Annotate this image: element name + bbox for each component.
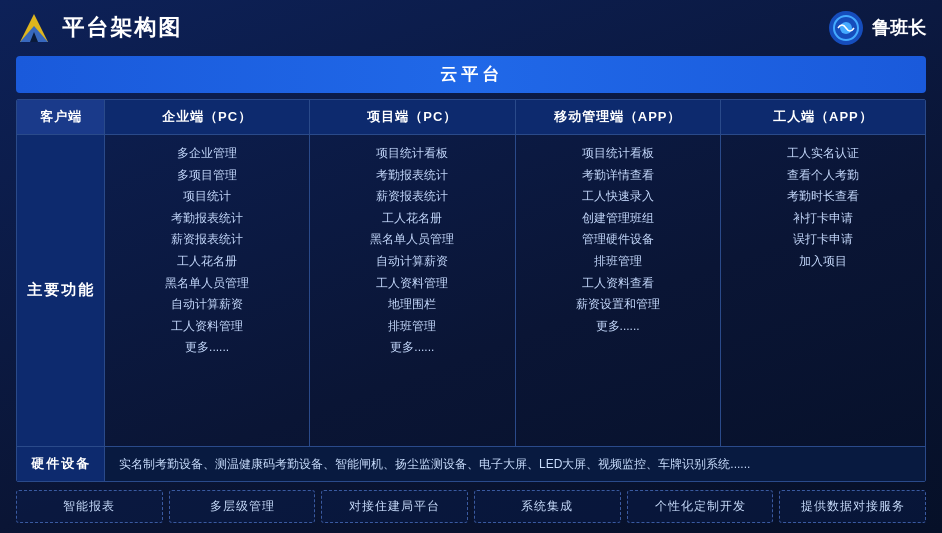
page-title: 平台架构图 [62,13,182,43]
list-item: 自动计算薪资 [376,251,448,273]
hardware-content: 实名制考勤设备、测温健康码考勤设备、智能闸机、扬尘监测设备、电子大屏、LED大屏… [105,447,925,481]
list-item: 薪资报表统计 [171,229,243,251]
enterprise-pc-cell: 多企业管理 多项目管理 项目统计 考勤报表统计 薪资报表统计 工人花名册 黑名单… [105,135,310,446]
main-table: 客户端 企业端（PC） 项目端（PC） 移动管理端（APP） 工人端（APP） … [16,99,926,482]
logo-icon [16,10,52,46]
list-item: 薪资报表统计 [376,186,448,208]
list-item: 工人快速录入 [582,186,654,208]
list-item: 自动计算薪资 [171,294,243,316]
worker-app-cell: 工人实名认证 查看个人考勤 考勤时长查看 补打卡申请 误打卡申请 加入项目 [721,135,925,446]
list-item: 工人资料管理 [171,316,243,338]
col-header-mobile: 移动管理端（APP） [516,100,721,134]
list-item: 排班管理 [388,316,436,338]
list-item: 工人资料查看 [582,273,654,295]
hardware-row: 硬件设备 实名制考勤设备、测温健康码考勤设备、智能闸机、扬尘监测设备、电子大屏、… [17,446,925,481]
list-item: 薪资设置和管理 [576,294,660,316]
list-item: 更多...... [185,337,229,359]
feature-item-2: 对接住建局平台 [321,490,468,523]
project-pc-cell: 项目统计看板 考勤报表统计 薪资报表统计 工人花名册 黑名单人员管理 自动计算薪… [310,135,515,446]
hardware-label: 硬件设备 [17,447,105,481]
row-label-features: 主要功能 [17,135,105,446]
col-header-worker: 工人端（APP） [721,100,925,134]
brand-name: 鲁班长 [872,16,926,40]
list-item: 多企业管理 [177,143,237,165]
list-item: 更多...... [596,316,640,338]
list-item: 项目统计看板 [376,143,448,165]
list-item: 考勤时长查看 [787,186,859,208]
content-cells: 多企业管理 多项目管理 项目统计 考勤报表统计 薪资报表统计 工人花名册 黑名单… [105,135,925,446]
col-header-client: 客户端 [17,100,105,134]
main-features-row: 主要功能 多企业管理 多项目管理 项目统计 考勤报表统计 薪资报表统计 工人花名… [17,135,925,446]
list-item: 加入项目 [799,251,847,273]
brand-icon [828,10,864,46]
list-item: 考勤详情查看 [582,165,654,187]
col-headers-row: 客户端 企业端（PC） 项目端（PC） 移动管理端（APP） 工人端（APP） [17,100,925,135]
mobile-app-cell: 项目统计看板 考勤详情查看 工人快速录入 创建管理班组 管理硬件设备 排班管理 … [516,135,721,446]
list-item: 地理围栏 [388,294,436,316]
list-item: 查看个人考勤 [787,165,859,187]
list-item: 项目统计看板 [582,143,654,165]
feature-item-4: 个性化定制开发 [627,490,774,523]
list-item: 创建管理班组 [582,208,654,230]
list-item: 工人实名认证 [787,143,859,165]
main-container: 平台架构图 鲁班长 云平台 客户端 企业端（PC） 项目端（PC） 移动管理端（… [0,0,942,533]
col-header-project: 项目端（PC） [310,100,515,134]
list-item: 补打卡申请 [793,208,853,230]
list-item: 黑名单人员管理 [165,273,249,295]
list-item: 误打卡申请 [793,229,853,251]
feature-item-5: 提供数据对接服务 [779,490,926,523]
list-item: 工人资料管理 [376,273,448,295]
feature-item-0: 智能报表 [16,490,163,523]
cloud-banner: 云平台 [16,56,926,93]
list-item: 项目统计 [183,186,231,208]
header: 平台架构图 鲁班长 [16,10,926,46]
list-item: 排班管理 [594,251,642,273]
list-item: 更多...... [390,337,434,359]
feature-row: 智能报表 多层级管理 对接住建局平台 系统集成 个性化定制开发 提供数据对接服务 [16,490,926,523]
list-item: 考勤报表统计 [171,208,243,230]
list-item: 管理硬件设备 [582,229,654,251]
list-item: 多项目管理 [177,165,237,187]
header-left: 平台架构图 [16,10,182,46]
brand-logo: 鲁班长 [828,10,926,46]
list-item: 考勤报表统计 [376,165,448,187]
list-item: 工人花名册 [382,208,442,230]
list-item: 工人花名册 [177,251,237,273]
feature-item-1: 多层级管理 [169,490,316,523]
feature-item-3: 系统集成 [474,490,621,523]
col-header-enterprise: 企业端（PC） [105,100,310,134]
list-item: 黑名单人员管理 [370,229,454,251]
